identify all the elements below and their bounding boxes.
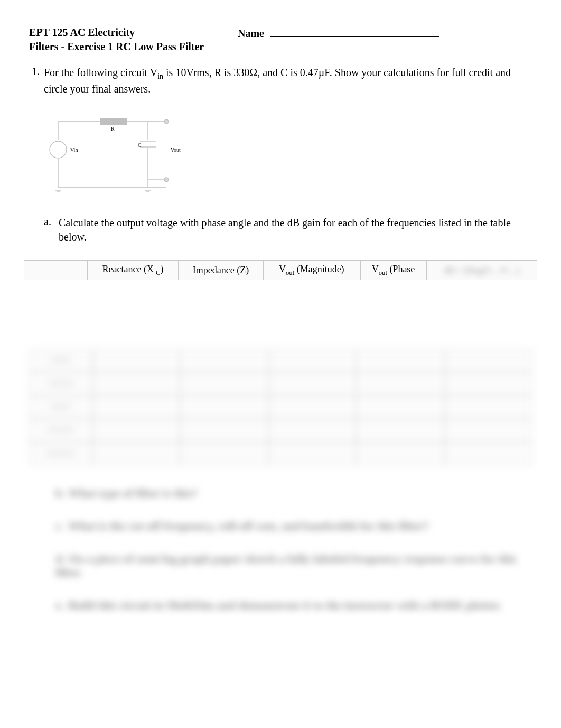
- sub-c-text: What is the cut-off frequency, roll-off …: [68, 519, 429, 532]
- th-vph-sub: out: [379, 269, 387, 276]
- name-label: Name: [238, 27, 264, 39]
- sub-question-b: b.What type of filter is this?: [55, 486, 532, 500]
- circuit-diagram: R C Vin Vout: [45, 111, 193, 201]
- th-blank: [24, 260, 87, 281]
- data-table-wrap: Reactance (XC) Impedance (Z) Vout (Magni…: [24, 260, 537, 281]
- th-vout-phase: Vout (Phase: [360, 260, 427, 281]
- blurred-sub-questions: b.What type of filter is this? c.What is…: [55, 486, 532, 612]
- th-vmag-sub: out: [286, 269, 294, 276]
- sub-question-c: c.What is the cut-off frequency, roll-of…: [55, 519, 532, 533]
- th-vmag-pre: V: [279, 264, 286, 274]
- table-row: [29, 395, 532, 419]
- circuit-label-c: C: [138, 142, 142, 148]
- data-table: Reactance (XC) Impedance (Z) Vout (Magni…: [24, 260, 537, 281]
- svg-point-3: [164, 119, 169, 124]
- table-row: [29, 372, 532, 395]
- table-row: [29, 349, 532, 372]
- sub-question-a: a. Calculate the output voltage with pha…: [44, 216, 532, 244]
- svg-point-16: [164, 178, 169, 182]
- freq-stub: [46, 449, 76, 457]
- circuit-label-vin: Vin: [70, 147, 78, 153]
- table-row: [29, 442, 532, 465]
- circuit-label-vout: Vout: [171, 147, 181, 153]
- sub-b-text: What type of filter is this?: [68, 486, 198, 500]
- svg-rect-1: [100, 118, 127, 125]
- blurred-table-rows: [29, 349, 532, 465]
- freq-stub: [50, 403, 71, 410]
- th-vph-post: (Phase: [387, 264, 415, 274]
- question-1-body: For the following circuit Vin is 10Vrms,…: [44, 66, 532, 96]
- th-reactance-pre: Reactance (X: [102, 264, 154, 274]
- freq-stub: [48, 426, 74, 434]
- table-header-row: Reactance (XC) Impedance (Z) Vout (Magni…: [24, 260, 537, 281]
- sub-question-d: d.On a piece of semi-log graph paper ske…: [55, 552, 532, 579]
- sub-d-text: On a piece of semi-log graph paper sketc…: [55, 552, 516, 579]
- sub-question-e: e.Build this circuit in MultiSim and dem…: [55, 598, 532, 612]
- th-reactance-post: ): [160, 264, 163, 274]
- svg-point-9: [50, 141, 67, 158]
- blurred-content: b.What type of filter is this? c.What is…: [29, 349, 532, 612]
- name-blank-line[interactable]: [270, 26, 439, 37]
- header-row: EPT 125 AC Electricity Name: [29, 26, 532, 40]
- th-vout-mag: Vout (Magnitude): [263, 260, 360, 281]
- course-title: EPT 125 AC Electricity: [29, 26, 238, 40]
- circuit-label-r: R: [111, 126, 115, 132]
- freq-stub: [48, 380, 74, 387]
- freq-stub: [50, 356, 71, 364]
- sub-e-text: Build this circuit in MultiSim and demon…: [68, 598, 501, 612]
- th-db-blur: dB = 20log(V…/V…): [444, 266, 519, 275]
- th-vph-pre: V: [372, 264, 379, 274]
- q1-vin-sub: in: [157, 72, 163, 80]
- question-number: 1.: [29, 66, 44, 96]
- th-reactance: Reactance (XC): [87, 260, 179, 281]
- circuit-svg: R C Vin Vout: [45, 111, 193, 201]
- name-field-wrap: Name: [238, 26, 439, 40]
- th-impedance: Impedance (Z): [179, 260, 263, 281]
- sub-a-text: Calculate the output voltage with phase …: [59, 216, 532, 244]
- th-db: dB = 20log(V…/V…): [427, 260, 537, 281]
- worksheet-subtitle: Filters - Exercise 1 RC Low Pass Filter: [29, 41, 532, 53]
- table-row: [29, 419, 532, 442]
- question-1: 1. For the following circuit Vin is 10Vr…: [29, 66, 532, 96]
- q1-text-a: For the following circuit V: [44, 67, 157, 78]
- th-vmag-post: (Magnitude): [294, 264, 344, 274]
- sub-a-letter: a.: [44, 216, 59, 244]
